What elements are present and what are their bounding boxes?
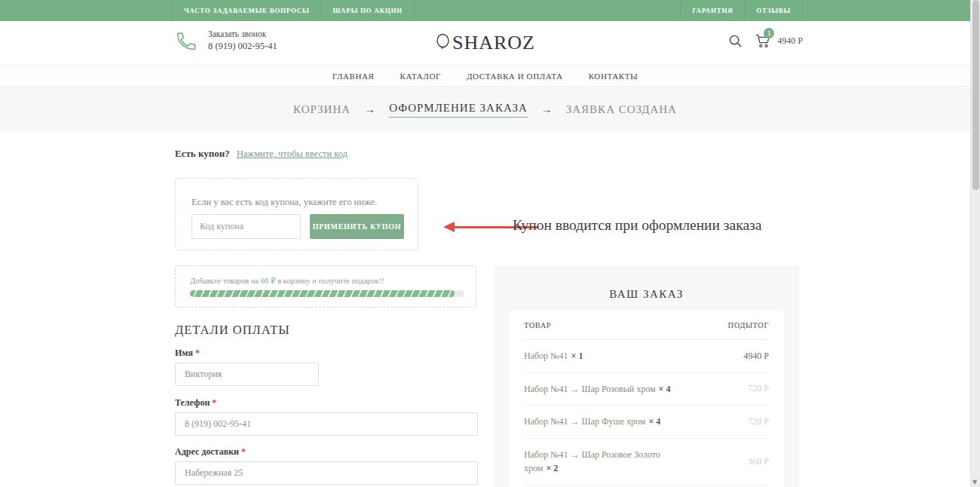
step-arrow-icon: →: [541, 103, 553, 116]
address-field[interactable]: [175, 461, 478, 485]
gift-progress-banner: Добавьте товаров на 60 ₽ в корзину и пол…: [175, 265, 476, 308]
name-field-label: Имя *: [175, 348, 200, 359]
order-row: Набор №41 → Шар Розовое Золото хром× 2 3…: [524, 439, 769, 485]
order-row: Набор №41× 1 4940 Р: [524, 340, 769, 373]
order-row: Набор №41 → Шар Фуше хром× 4 720 Р: [524, 406, 769, 439]
order-item-name: Набор №41 → Шар Розовый хром: [524, 384, 656, 394]
phone-field[interactable]: [175, 412, 478, 436]
nav-item-contacts[interactable]: КОНТАКТЫ: [589, 72, 639, 81]
scrollbar-down-arrow-icon[interactable]: ▼: [972, 479, 977, 485]
gift-progress-fill: [190, 290, 455, 297]
order-item-qty: × 1: [571, 351, 583, 361]
search-icon[interactable]: [728, 34, 743, 48]
order-item-name: Набор №41 → Шар Фуше хром: [524, 416, 645, 427]
phone-label-text: Телефон: [175, 397, 210, 408]
cart-button[interactable]: 1 4940 Р: [755, 33, 803, 48]
coupon-toggle-line: Есть купон? Нажмите, чтобы ввести код: [175, 148, 348, 160]
call-texts: Заказать звонок 8 (919) 002-95-41: [208, 29, 277, 52]
gift-banner-text: Добавьте товаров на 60 ₽ в корзину и пол…: [190, 276, 384, 285]
nav-item-delivery[interactable]: ДОСТАВКА И ОПЛАТА: [467, 72, 563, 81]
header-right-tools: 1 4940 Р: [728, 33, 803, 48]
order-item-name: Набор №41 → Шар Розовое Золото хром: [524, 449, 660, 474]
coupon-hint-text: Если у вас есть код купона, укажите его …: [191, 197, 377, 208]
call-request-block[interactable]: Заказать звонок 8 (919) 002-95-41: [175, 29, 277, 52]
order-item-price: 720 Р: [748, 383, 769, 394]
product-column-header: ТОВАР: [524, 321, 551, 329]
site-logo[interactable]: SHAROZ: [435, 32, 535, 54]
address-label-text: Адрес доставки: [175, 446, 239, 457]
apply-coupon-button[interactable]: ПРИМЕНИТЬ КУПОН: [310, 214, 404, 239]
step-order-created: ЗАЯВКА СОЗДАНА: [566, 103, 677, 116]
top-utility-bar: ЧАСТО ЗАДАВАЕМЫЕ ВОПРОСЫ ШАРЫ ПО АКЦИИ Г…: [0, 0, 970, 21]
topbar-item-promo-balloons[interactable]: ШАРЫ ПО АКЦИИ: [320, 0, 414, 21]
billing-details-title: ДЕТАЛИ ОПЛАТЫ: [175, 323, 290, 338]
nav-item-home[interactable]: ГЛАВНАЯ: [332, 72, 375, 81]
order-item-price: 720 Р: [748, 416, 769, 427]
topbar-right-menu: ГАРАНТИЯ ОТЗЫВЫ: [680, 0, 803, 21]
order-item-price: 360 Р: [748, 456, 769, 467]
call-request-label[interactable]: Заказать звонок: [208, 29, 277, 38]
checkout-page: ЧАСТО ЗАДАВАЕМЫЕ ВОПРОСЫ ШАРЫ ПО АКЦИИ Г…: [0, 0, 980, 487]
required-asterisk: *: [195, 348, 200, 358]
subtotal-column-header: ПОДЫТОГ: [728, 321, 769, 329]
topbar-item-reviews[interactable]: ОТЗЫВЫ: [744, 0, 803, 21]
step-checkout-current: ОФОРМЛЕНИЕ ЗАКАЗА: [389, 102, 528, 118]
scrollbar-thumb[interactable]: [972, 0, 979, 190]
order-row: Набор №41 → Шар Розовый хром× 4 720 Р: [524, 373, 769, 406]
checkout-steps-band: КОРЗИНА → ОФОРМЛЕНИЕ ЗАКАЗА → ЗАЯВКА СОЗ…: [0, 87, 970, 133]
coupon-code-input[interactable]: [191, 214, 301, 239]
coupon-toggle-link[interactable]: Нажмите, чтобы ввести код: [237, 149, 348, 159]
coupon-question-label: Есть купон?: [175, 148, 230, 159]
order-item-qty: × 2: [546, 463, 558, 473]
balloon-logo-icon: [435, 32, 452, 54]
gift-progress-track: [190, 290, 464, 297]
order-table-header: ТОВАР ПОДЫТОГ: [524, 311, 769, 340]
name-label-text: Имя: [175, 348, 193, 358]
order-item-qty: × 4: [648, 416, 660, 427]
topbar-item-warranty[interactable]: ГАРАНТИЯ: [680, 0, 744, 21]
site-header: Заказать звонок 8 (919) 002-95-41 SHAROZ: [0, 21, 970, 65]
cart-total: 4940 Р: [777, 35, 803, 47]
name-field[interactable]: [175, 363, 319, 386]
cart-count-badge: 1: [764, 28, 774, 38]
phone-field-label: Телефон *: [175, 397, 216, 409]
gift-text-prefix: Добавьте товаров на: [190, 277, 261, 285]
order-item-price: 4940 Р: [743, 351, 769, 362]
page-scrollbar[interactable]: ▼: [970, 0, 980, 487]
topbar-left-menu: ЧАСТО ЗАДАВАЕМЫЕ ВОПРОСЫ ШАРЫ ПО АКЦИИ: [172, 0, 415, 21]
nav-item-catalog[interactable]: КАТАЛОГ: [400, 72, 441, 81]
logo-text: SHAROZ: [452, 32, 535, 54]
required-asterisk: *: [241, 446, 246, 457]
required-asterisk: *: [212, 397, 216, 408]
order-item-name: Набор №41: [524, 351, 568, 361]
phone-icon: [175, 29, 198, 52]
header-phone-number[interactable]: 8 (919) 002-95-41: [208, 41, 277, 52]
order-summary-card: ТОВАР ПОДЫТОГ Набор №41× 1 4940 Р Набор …: [509, 311, 784, 487]
annotation-text: Купон вводится при оформлении заказа: [513, 217, 761, 234]
order-summary-title: ВАШ ЗАКАЗ: [494, 288, 799, 301]
step-arrow-icon: →: [364, 103, 375, 116]
coupon-form-box: Если у вас есть код купона, укажите его …: [175, 178, 418, 250]
main-nav: ГЛАВНАЯ КАТАЛОГ ДОСТАВКА И ОПЛАТА КОНТАК…: [0, 65, 970, 87]
order-item-qty: × 4: [659, 384, 671, 394]
address-field-label: Адрес доставки *: [175, 446, 246, 458]
gift-amount: 60 ₽: [261, 277, 276, 285]
gift-text-suffix: в корзину и получите подарок!!: [276, 277, 384, 285]
topbar-item-faq[interactable]: ЧАСТО ЗАДАВАЕМЫЕ ВОПРОСЫ: [172, 0, 320, 21]
step-cart[interactable]: КОРЗИНА: [293, 103, 351, 116]
